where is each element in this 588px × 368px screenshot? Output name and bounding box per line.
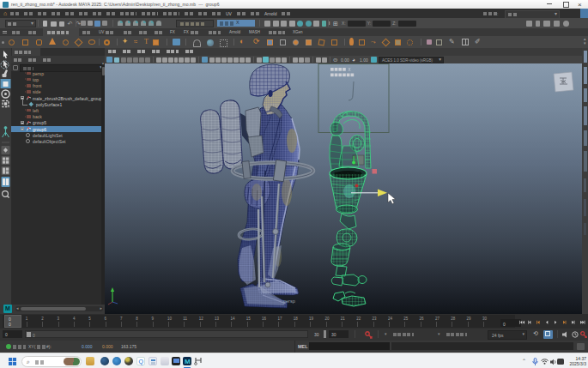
- svg-text:persp: persp: [283, 299, 295, 304]
- svg-text:X: X: [348, 68, 350, 72]
